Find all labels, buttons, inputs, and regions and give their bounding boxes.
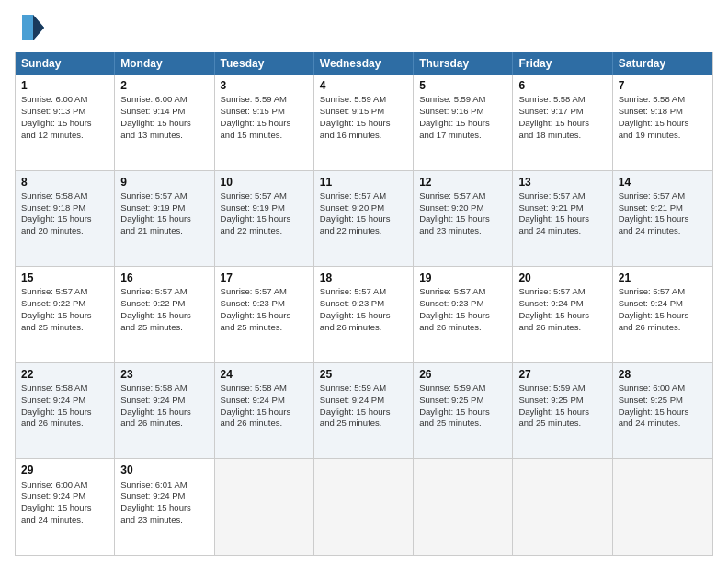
day-cell-25: 25Sunrise: 5:59 AMSunset: 9:24 PMDayligh…	[314, 363, 414, 459]
day-cell-1: 1Sunrise: 6:00 AMSunset: 9:13 PMDaylight…	[16, 75, 115, 170]
day-info-line: Sunrise: 5:57 AM	[120, 286, 208, 298]
day-info-line: Daylight: 15 hours	[120, 407, 208, 419]
empty-cell	[215, 459, 314, 555]
day-cell-14: 14Sunrise: 5:57 AMSunset: 9:21 PMDayligh…	[613, 171, 712, 267]
day-info-line: Sunrise: 5:57 AM	[221, 190, 308, 202]
header-day-sunday: Sunday	[16, 52, 115, 75]
day-info-line: Sunrise: 5:58 AM	[221, 383, 308, 395]
day-info-line: and 21 minutes.	[120, 225, 208, 237]
day-info-line: Daylight: 15 hours	[518, 310, 606, 322]
day-number: 7	[619, 78, 707, 93]
day-info-line: Daylight: 15 hours	[320, 213, 407, 225]
calendar-header: SundayMondayTuesdayWednesdayThursdayFrid…	[16, 52, 712, 75]
day-info-line: Sunset: 9:22 PM	[21, 298, 108, 310]
day-cell-19: 19Sunrise: 5:57 AMSunset: 9:23 PMDayligh…	[414, 267, 513, 362]
day-cell-17: 17Sunrise: 5:57 AMSunset: 9:23 PMDayligh…	[215, 267, 314, 362]
day-number: 6	[518, 78, 606, 93]
day-info-line: Sunrise: 5:58 AM	[619, 94, 707, 106]
calendar-row-4: 29Sunrise: 6:00 AMSunset: 9:24 PMDayligh…	[16, 458, 712, 555]
day-info-line: Sunrise: 6:00 AM	[21, 94, 108, 106]
day-number: 3	[221, 78, 308, 93]
day-info-line: Daylight: 15 hours	[419, 118, 506, 130]
day-cell-7: 7Sunrise: 5:58 AMSunset: 9:18 PMDaylight…	[613, 75, 712, 170]
day-info-line: Sunset: 9:25 PM	[518, 395, 606, 407]
header	[15, 11, 713, 44]
day-info-line: Daylight: 15 hours	[619, 118, 707, 130]
logo	[15, 11, 51, 44]
day-info-line: Sunset: 9:24 PM	[320, 395, 407, 407]
day-info-line: Sunset: 9:25 PM	[619, 395, 707, 407]
day-info-line: Daylight: 15 hours	[21, 407, 108, 419]
day-info-line: Sunrise: 5:57 AM	[518, 190, 606, 202]
day-info-line: Sunrise: 5:57 AM	[320, 190, 407, 202]
day-number: 10	[221, 175, 308, 190]
day-info-line: Daylight: 15 hours	[419, 213, 506, 225]
logo-icon	[15, 11, 48, 44]
day-info-line: Sunset: 9:19 PM	[221, 202, 308, 214]
calendar-row-2: 15Sunrise: 5:57 AMSunset: 9:22 PMDayligh…	[16, 266, 712, 362]
day-number: 26	[419, 367, 506, 382]
day-info-line: and 25 minutes.	[518, 418, 606, 430]
day-info-line: Sunset: 9:24 PM	[518, 298, 606, 310]
day-info-line: Sunset: 9:20 PM	[419, 202, 506, 214]
day-number: 24	[221, 367, 308, 382]
day-cell-24: 24Sunrise: 5:58 AMSunset: 9:24 PMDayligh…	[215, 363, 314, 459]
day-info-line: Sunrise: 5:57 AM	[419, 190, 506, 202]
day-info-line: Sunrise: 5:58 AM	[120, 383, 208, 395]
day-number: 14	[619, 175, 707, 190]
day-info-line: Sunrise: 5:57 AM	[619, 286, 707, 298]
calendar: SundayMondayTuesdayWednesdayThursdayFrid…	[15, 52, 713, 556]
day-info-line: Sunset: 9:23 PM	[320, 298, 407, 310]
day-cell-28: 28Sunrise: 6:00 AMSunset: 9:25 PMDayligh…	[613, 363, 712, 459]
header-day-monday: Monday	[115, 52, 214, 75]
day-info-line: Daylight: 15 hours	[518, 213, 606, 225]
day-info-line: Sunset: 9:17 PM	[518, 106, 606, 118]
day-number: 12	[419, 175, 506, 190]
day-info-line: Sunrise: 6:01 AM	[120, 479, 208, 491]
day-info-line: and 20 minutes.	[21, 225, 108, 237]
day-info-line: Daylight: 15 hours	[518, 118, 606, 130]
day-cell-13: 13Sunrise: 5:57 AMSunset: 9:21 PMDayligh…	[513, 171, 612, 267]
day-info-line: Sunrise: 5:58 AM	[518, 94, 606, 106]
header-day-friday: Friday	[513, 52, 612, 75]
day-cell-29: 29Sunrise: 6:00 AMSunset: 9:24 PMDayligh…	[16, 459, 115, 555]
day-cell-4: 4Sunrise: 5:59 AMSunset: 9:15 PMDaylight…	[314, 75, 414, 170]
day-info-line: Sunset: 9:20 PM	[320, 202, 407, 214]
empty-cell	[414, 459, 513, 555]
day-cell-27: 27Sunrise: 5:59 AMSunset: 9:25 PMDayligh…	[513, 363, 612, 459]
day-info-line: and 16 minutes.	[320, 130, 407, 142]
day-number: 2	[120, 78, 208, 93]
day-info-line: Sunrise: 5:57 AM	[619, 190, 707, 202]
day-info-line: and 22 minutes.	[320, 225, 407, 237]
day-info-line: Sunrise: 5:59 AM	[221, 94, 308, 106]
day-info-line: and 15 minutes.	[221, 130, 308, 142]
page: SundayMondayTuesdayWednesdayThursdayFrid…	[0, 0, 728, 563]
day-info-line: Sunrise: 5:59 AM	[320, 94, 407, 106]
day-cell-12: 12Sunrise: 5:57 AMSunset: 9:20 PMDayligh…	[414, 171, 513, 267]
calendar-body: 1Sunrise: 6:00 AMSunset: 9:13 PMDaylight…	[16, 75, 712, 555]
day-info-line: Sunset: 9:15 PM	[221, 106, 308, 118]
day-number: 18	[320, 270, 407, 285]
day-cell-23: 23Sunrise: 5:58 AMSunset: 9:24 PMDayligh…	[115, 363, 214, 459]
day-cell-20: 20Sunrise: 5:57 AMSunset: 9:24 PMDayligh…	[513, 267, 612, 362]
day-info-line: Sunrise: 6:00 AM	[21, 479, 108, 491]
day-info-line: Daylight: 15 hours	[221, 118, 308, 130]
day-info-line: Sunrise: 5:59 AM	[518, 383, 606, 395]
day-cell-26: 26Sunrise: 5:59 AMSunset: 9:25 PMDayligh…	[414, 363, 513, 459]
day-info-line: Daylight: 15 hours	[221, 310, 308, 322]
day-info-line: Daylight: 15 hours	[320, 310, 407, 322]
calendar-row-3: 22Sunrise: 5:58 AMSunset: 9:24 PMDayligh…	[16, 362, 712, 459]
day-number: 15	[21, 270, 108, 285]
day-number: 30	[120, 463, 208, 477]
day-info-line: Sunset: 9:18 PM	[21, 202, 108, 214]
day-info-line: and 26 minutes.	[518, 322, 606, 334]
day-info-line: and 24 minutes.	[619, 225, 707, 237]
day-info-line: Sunset: 9:21 PM	[518, 202, 606, 214]
day-info-line: Daylight: 15 hours	[518, 407, 606, 419]
day-info-line: Sunset: 9:18 PM	[619, 106, 707, 118]
day-number: 22	[21, 367, 108, 382]
day-cell-15: 15Sunrise: 5:57 AMSunset: 9:22 PMDayligh…	[16, 267, 115, 362]
day-number: 27	[518, 367, 606, 382]
day-info-line: Daylight: 15 hours	[221, 213, 308, 225]
header-day-tuesday: Tuesday	[215, 52, 314, 75]
